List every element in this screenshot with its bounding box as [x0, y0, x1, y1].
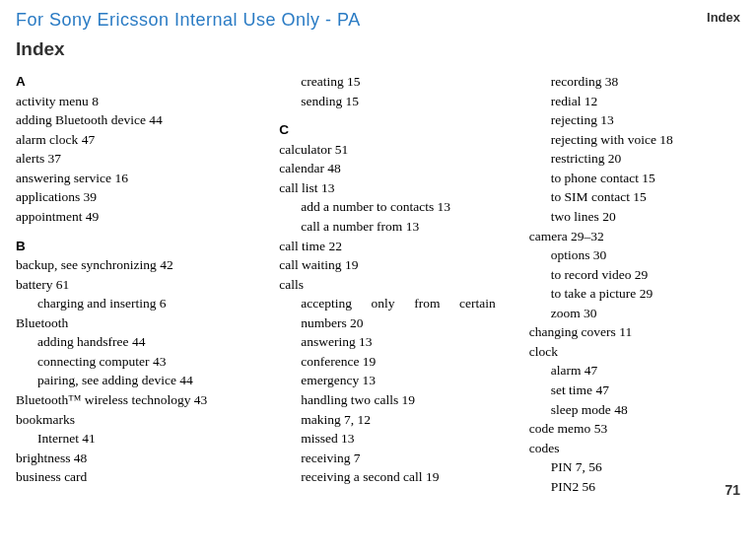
index-entry: calls — [279, 275, 525, 295]
index-subentry: to take a picture 29 — [529, 284, 740, 304]
index-subentry: to phone contact 15 — [529, 169, 740, 188]
index-entry: changing covers 11 — [529, 322, 740, 342]
internal-use-banner: For Sony Ericsson Internal Use Only - PA — [16, 10, 740, 31]
index-subentry: receiving 7 — [279, 449, 525, 468]
index-subentry: Internet 41 — [16, 429, 279, 449]
section-letter-b: B — [16, 237, 279, 256]
index-entry: calendar 48 — [279, 159, 525, 178]
index-subentry: conference 19 — [279, 352, 525, 372]
index-entry: Bluetooth™ wireless technology 43 — [16, 390, 279, 410]
index-subentry: receiving a second call 19 — [279, 467, 525, 487]
index-entry: call list 13 — [279, 178, 525, 198]
index-entry: answering service 16 — [16, 169, 279, 188]
index-entry: battery 61 — [16, 275, 279, 295]
index-entry: appointment 49 — [16, 207, 279, 227]
index-subentry: PIN2 56 — [529, 477, 740, 497]
index-entry: adding Bluetooth device 44 — [16, 110, 279, 130]
index-subentry: handling two calls 19 — [279, 390, 525, 410]
index-subentry: alarm 47 — [529, 361, 740, 381]
index-subentry: restricting 20 — [529, 149, 740, 169]
index-entry: alarm clock 47 — [16, 130, 279, 150]
index-subentry: rejecting 13 — [529, 110, 740, 130]
column-2: creating 15 sending 15 C calculator 51 c… — [279, 72, 525, 496]
section-letter-c: C — [279, 120, 525, 140]
index-entry: Bluetooth — [16, 313, 279, 333]
index-subentry: making 7, 12 — [279, 410, 525, 430]
index-entry: bookmarks — [16, 410, 279, 430]
section-letter-a: A — [16, 72, 279, 92]
index-entry: brightness 48 — [16, 449, 279, 468]
index-subentry: options 30 — [529, 245, 740, 265]
index-entry: code memo 53 — [529, 419, 740, 439]
index-entry: activity menu 8 — [16, 92, 279, 111]
index-entry: camera 29–32 — [529, 227, 740, 246]
page-label: Index — [707, 10, 740, 25]
index-subentry: accepting only from certain numbers 20 — [279, 294, 525, 332]
index-entry: calculator 51 — [279, 140, 525, 160]
index-heading: Index — [16, 38, 740, 60]
page-number: 71 — [724, 482, 740, 498]
index-entry: call time 22 — [279, 237, 525, 256]
index-entry: call waiting 19 — [279, 255, 525, 275]
index-subentry: pairing, see adding device 44 — [16, 371, 279, 390]
column-1: A activity menu 8 adding Bluetooth devic… — [16, 72, 279, 496]
index-subentry: charging and inserting 6 — [16, 294, 279, 313]
index-entry: alerts 37 — [16, 149, 279, 169]
index-subentry: emergency 13 — [279, 371, 525, 390]
index-subentry: missed 13 — [279, 429, 525, 449]
index-subentry: zoom 30 — [529, 304, 740, 323]
index-subentry: connecting computer 43 — [16, 352, 279, 372]
index-columns: A activity menu 8 adding Bluetooth devic… — [16, 72, 740, 496]
index-subentry: add a number to contacts 13 — [279, 197, 525, 217]
index-subentry: rejecting with voice 18 — [529, 130, 740, 150]
index-subentry: sleep mode 48 — [529, 400, 740, 420]
index-subentry: answering 13 — [279, 332, 525, 352]
index-subentry: PIN 7, 56 — [529, 457, 740, 477]
index-subentry: to SIM contact 15 — [529, 187, 740, 207]
index-subentry: set time 47 — [529, 381, 740, 400]
index-subentry: recording 38 — [529, 72, 740, 92]
index-subentry: two lines 20 — [529, 207, 740, 227]
index-entry: clock — [529, 342, 740, 362]
index-subentry: to record video 29 — [529, 265, 740, 285]
index-subentry: adding handsfree 44 — [16, 332, 279, 352]
index-subentry: creating 15 — [279, 72, 525, 92]
index-subentry: sending 15 — [279, 92, 525, 111]
index-entry: applications 39 — [16, 187, 279, 207]
index-entry: business card — [16, 467, 279, 487]
index-entry: backup, see synchronizing 42 — [16, 255, 279, 275]
index-entry: codes — [529, 439, 740, 458]
column-3: recording 38 redial 12 rejecting 13 reje… — [525, 72, 740, 496]
index-subentry: redial 12 — [529, 92, 740, 111]
index-subentry: call a number from 13 — [279, 217, 525, 237]
